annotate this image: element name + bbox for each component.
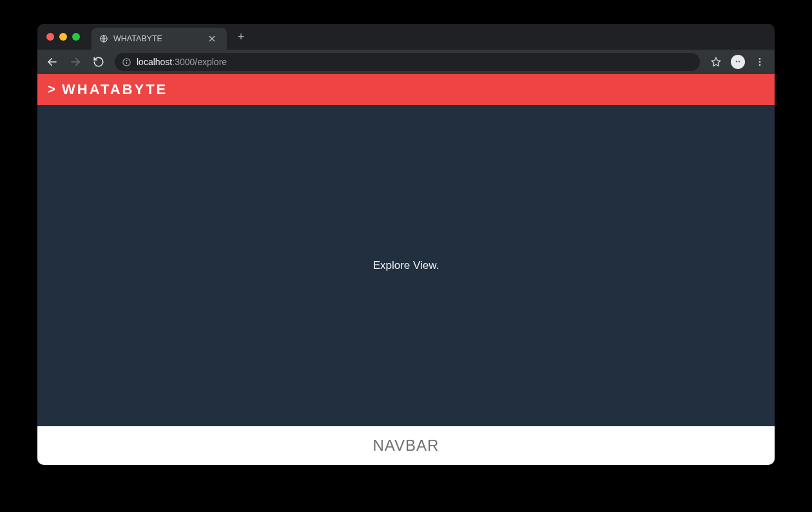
kebab-menu-icon[interactable] (750, 52, 769, 72)
titlebar: WHATABYTE + (37, 24, 775, 50)
prompt-icon: > (48, 83, 55, 97)
browser-toolbar: localhost:3000/explore (37, 50, 775, 74)
navbar-label: NAVBAR (373, 437, 440, 455)
url-text: localhost:3000/explore (137, 57, 227, 67)
site-info-icon[interactable] (121, 57, 131, 67)
svg-point-11 (739, 61, 740, 62)
close-window-button[interactable] (46, 33, 54, 41)
svg-point-12 (759, 58, 761, 60)
profile-avatar[interactable] (728, 52, 748, 72)
main-content: Explore View. (37, 105, 775, 426)
svg-point-14 (759, 64, 761, 66)
reload-button[interactable] (89, 52, 108, 72)
close-tab-icon[interactable] (209, 35, 219, 42)
address-bar[interactable]: localhost:3000/explore (115, 53, 700, 71)
app-navbar[interactable]: NAVBAR (37, 426, 775, 465)
avatar-icon (731, 55, 745, 69)
url-path: :3000/explore (172, 57, 227, 67)
bookmark-star-icon[interactable] (706, 52, 726, 72)
back-button[interactable] (43, 52, 62, 72)
globe-icon (99, 34, 108, 43)
app-title: WHATABYTE (62, 81, 168, 98)
svg-point-10 (736, 61, 737, 62)
forward-button[interactable] (66, 52, 85, 72)
svg-marker-8 (711, 57, 720, 66)
url-host: localhost (137, 57, 172, 67)
svg-point-7 (126, 60, 127, 61)
main-text: Explore View. (373, 259, 440, 272)
app-header: > WHATABYTE (37, 74, 775, 105)
minimize-window-button[interactable] (59, 33, 67, 41)
tab-title: WHATABYTE (113, 34, 204, 43)
browser-window: WHATABYTE + (37, 24, 775, 465)
svg-point-13 (759, 61, 761, 63)
svg-point-9 (734, 58, 742, 66)
browser-tab[interactable]: WHATABYTE (92, 28, 227, 50)
new-tab-button[interactable]: + (233, 30, 249, 44)
page-viewport: > WHATABYTE Explore View. NAVBAR (37, 74, 775, 465)
toolbar-right (706, 52, 769, 72)
window-controls (46, 33, 80, 41)
maximize-window-button[interactable] (72, 33, 80, 41)
